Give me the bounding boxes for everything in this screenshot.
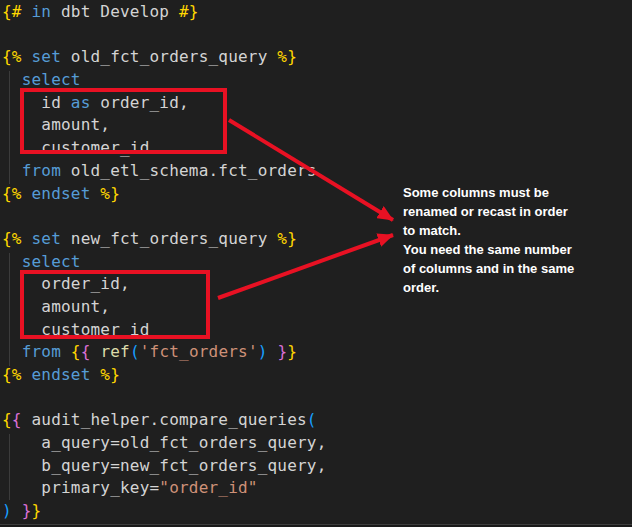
code-token: %} [100,365,120,384]
code-token: dbt Develop [51,2,179,21]
code-line-2 [2,24,326,47]
code-token [2,252,22,271]
code-token: ) [258,342,268,361]
annotation-line: renamed or recast in order [403,202,603,221]
code-token: %} [277,229,297,248]
code-line-22: primary_key="order_id" [2,477,326,500]
code-token: select [22,70,81,89]
highlight-box-old-columns [20,88,227,154]
code-token: } [32,501,42,520]
code-token: from [22,342,61,361]
code-token: endset [32,184,91,203]
code-token: { [81,342,91,361]
code-token: } [287,342,297,361]
code-token: } [277,342,287,361]
code-token [268,342,278,361]
annotation-line: You need the same number [403,240,603,259]
code-line-20: a_query=old_fct_orders_query, [2,432,326,455]
code-line-17: {% endset %} [2,364,326,387]
code-line-9: {% endset %} [2,183,326,206]
code-token [22,365,32,384]
code-line-1: {# in dbt Develop #} [2,1,326,24]
code-token [61,342,71,361]
code-token [91,184,101,203]
code-token: } [22,501,32,520]
annotation-line: to match. [403,221,603,240]
annotation-text: Some columns must berenamed or recast in… [403,183,603,297]
code-token [22,47,32,66]
code-token [22,2,32,21]
code-token: {% [2,365,22,384]
highlight-box-new-columns [20,270,210,339]
code-token: {# [2,2,22,21]
code-line-10 [2,205,326,228]
code-token: from [22,161,61,180]
code-token: ( [130,342,140,361]
code-token: endset [32,365,91,384]
code-editor[interactable]: {# in dbt Develop #} {% set old_fct_orde… [2,1,326,523]
code-token: #} [179,2,199,21]
code-line-3: {% set old_fct_orders_query %} [2,46,326,69]
code-token: old_fct_orders_query [61,47,277,66]
code-token [2,70,22,89]
code-token: {% [2,184,22,203]
code-token: b_query=new_fct_orders_query, [2,456,326,475]
code-token [22,184,32,203]
code-token [91,365,101,384]
editor-screenshot: { "colors": { "bg": "#1f1f1f", "plain": … [0,0,632,527]
code-token: select [22,252,81,271]
code-token: set [32,47,62,66]
code-token: { [71,342,81,361]
code-token: %} [277,47,297,66]
code-token: a_query=old_fct_orders_query, [2,433,326,452]
code-token [12,501,22,520]
code-token: audit_helper.compare_queries [22,410,307,429]
code-token: set [32,229,62,248]
code-token: %} [100,184,120,203]
code-token: in [32,2,52,21]
code-token: old_etl_schema.fct_orders [61,161,317,180]
annotation-line: order. [403,278,603,297]
code-token: "order_id" [159,478,257,497]
code-token: ) [2,501,12,520]
code-line-21: b_query=new_fct_orders_query, [2,455,326,478]
code-token: {% [2,229,22,248]
code-token [22,229,32,248]
code-token: {% [2,47,22,66]
code-token: { [2,410,12,429]
code-line-23: ) }} [2,500,326,523]
code-token: new_fct_orders_query [61,229,277,248]
annotation-line: of columns and in the same [403,259,603,278]
code-token: primary_key= [2,478,159,497]
code-token: ( [307,410,317,429]
code-token [2,342,22,361]
code-line-11: {% set new_fct_orders_query %} [2,228,326,251]
code-line-19: {{ audit_helper.compare_queries( [2,409,326,432]
code-token [2,161,22,180]
code-token: { [12,410,22,429]
code-token: 'fct_orders' [140,342,258,361]
code-token: ref [100,342,130,361]
code-line-8: from old_etl_schema.fct_orders [2,160,326,183]
code-line-18 [2,387,326,410]
code-token [91,342,101,361]
annotation-line: Some columns must be [403,183,603,202]
code-line-16: from {{ ref('fct_orders') }} [2,341,326,364]
